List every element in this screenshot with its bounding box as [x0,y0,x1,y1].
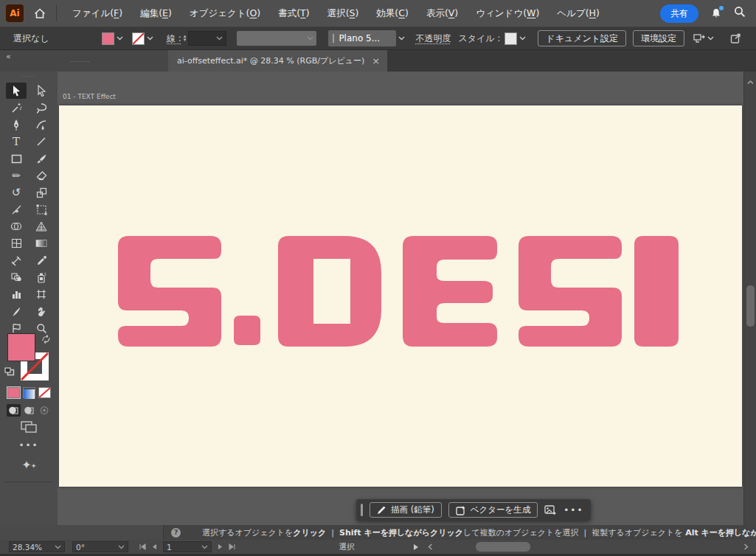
eyedropper-tool[interactable] [31,252,52,268]
artboard-label[interactable]: 01 - TEXT Effect [63,93,116,100]
collapse-panel-button[interactable]: « [6,52,11,61]
draw-inside-button[interactable] [38,404,52,417]
menu-object[interactable]: オブジェクト(O) [181,3,268,24]
opacity-link[interactable]: 不透明度 [415,32,451,45]
scroll-up-icon[interactable] [744,74,756,88]
arrange-panel-icon[interactable] [693,33,705,44]
document-setup-button[interactable]: ドキュメント設定 [538,30,626,46]
rectangle-tool[interactable] [6,150,27,167]
selection-tool[interactable] [6,83,27,99]
style-swatch[interactable] [504,32,517,45]
stroke-weight-field[interactable] [188,31,226,46]
scroll-left-icon[interactable] [428,543,433,550]
line-segment-tool[interactable] [31,133,52,150]
preferences-button[interactable]: 環境設定 [633,30,684,46]
document-tab[interactable]: ai-offseteffect.ai* @ 28.34 % (RGB/プレビュー… [168,50,387,72]
fill-color-swatch[interactable] [102,32,114,45]
toolbar-drag-handle[interactable]: ⋯⋯ [0,72,58,80]
blend-tool[interactable] [6,252,27,268]
menu-help[interactable]: ヘルプ(H) [549,3,608,24]
menu-effect[interactable]: 効果(C) [368,3,417,24]
stroke-color-swatch[interactable] [132,32,145,45]
magic-wand-tool[interactable] [6,100,27,116]
shape-builder-tool[interactable] [6,218,27,234]
image-trace-icon[interactable] [544,505,557,515]
slice-tool[interactable] [6,303,27,319]
app-logo-icon[interactable]: Ai [6,4,24,22]
direct-selection-tool[interactable] [31,83,52,99]
draw-pencil-button[interactable]: 描画 (鉛筆) [370,502,442,518]
type-tool[interactable]: T [6,133,27,150]
pen-tool[interactable] [6,117,27,133]
previous-artboard-icon[interactable] [151,543,157,550]
artboard-text-sdesi[interactable] [59,105,742,487]
rotation-dropdown[interactable]: 0° [72,541,128,552]
lasso-tool[interactable] [31,100,52,116]
stroke-weight-label[interactable]: 線 : [167,32,181,45]
first-artboard-icon[interactable] [139,543,146,550]
menu-edit[interactable]: 編集(E) [132,3,180,24]
edit-toolbar-button[interactable]: ••• [0,440,58,451]
symbol-tool[interactable] [6,269,27,285]
vertical-scroll-thumb[interactable] [746,285,755,327]
taskbar-more-icon[interactable]: ••• [563,505,583,515]
draw-normal-button[interactable] [7,404,21,417]
swap-fill-stroke-icon[interactable] [41,333,51,347]
generate-vectors-button[interactable]: ベクターを生成 [448,502,538,518]
tab-close-icon[interactable]: × [372,55,380,66]
canvas-area[interactable]: 01 - TEXT Effect [58,72,743,525]
curvature-tool[interactable] [31,117,52,133]
free-transform-tool[interactable] [31,201,52,218]
menu-view[interactable]: 表示(V) [418,3,466,24]
next-artboard-icon[interactable] [218,543,223,550]
gradient-fill-button[interactable] [23,387,35,398]
menu-select[interactable]: 選択(S) [319,3,367,24]
width-tool[interactable] [6,201,27,218]
pencil-tool[interactable]: ✏ [6,167,27,184]
scroll-right-icon[interactable] [743,543,749,550]
scale-tool[interactable] [31,184,52,201]
screen-mode-button[interactable] [0,421,58,436]
dock-drag-handle[interactable]: ⋯⋯⋯ [70,58,90,65]
rotate-tool[interactable]: ↺ [6,184,27,201]
export-panel-icon[interactable] [730,33,741,44]
color-fill-button[interactable] [7,387,20,398]
fill-swatch[interactable] [7,333,35,361]
paintbrush-tool[interactable] [31,150,52,167]
font-style-dropdown[interactable]: Plano 5... [328,30,396,46]
eraser-tool[interactable] [31,167,52,184]
menu-type[interactable]: 書式(T) [270,3,317,24]
default-fill-stroke-icon[interactable] [4,365,15,374]
zoom-level-dropdown[interactable]: 28.34% [9,541,65,552]
mesh-tool[interactable] [6,235,27,251]
search-icon[interactable] [734,6,746,21]
vertical-scrollbar[interactable] [743,72,756,525]
draw-behind-button[interactable] [22,404,36,417]
share-button[interactable]: 共有 [660,4,698,23]
artboard-tool[interactable] [31,286,52,302]
column-graph-tool[interactable] [6,286,27,302]
fill-dropdown-chevron-icon[interactable] [117,36,123,41]
none-fill-button[interactable] [38,387,51,398]
generative-sparkle-icon[interactable]: ✦˖ [0,458,58,472]
help-icon[interactable]: ? [171,528,181,538]
artboard-navigation-dropdown[interactable]: 1 [163,541,212,552]
font-dropdown-chevron-icon[interactable] [398,36,405,41]
artboard[interactable] [59,105,742,487]
horizontal-scroll-thumb[interactable] [476,542,530,552]
gradient-tool[interactable] [31,235,52,251]
symbol-sprayer-tool[interactable] [31,269,52,285]
arrange-chevron-icon[interactable] [707,36,714,41]
style-dropdown-chevron-icon[interactable] [519,36,526,41]
hand-tool[interactable] [31,303,52,319]
perspective-grid-tool[interactable] [31,218,52,234]
stroke-weight-stepper[interactable]: ▴▾ [184,35,187,42]
menu-window[interactable]: ウィンドウ(W) [468,3,547,24]
menu-file[interactable]: ファイル(F) [64,3,131,24]
stroke-dropdown-chevron-icon[interactable] [147,36,153,41]
last-artboard-icon[interactable] [229,543,236,550]
status-popup-icon[interactable] [413,543,419,551]
taskbar-drag-handle[interactable] [361,504,363,516]
notifications-bell-icon[interactable] [710,7,722,19]
home-icon[interactable] [34,8,46,19]
